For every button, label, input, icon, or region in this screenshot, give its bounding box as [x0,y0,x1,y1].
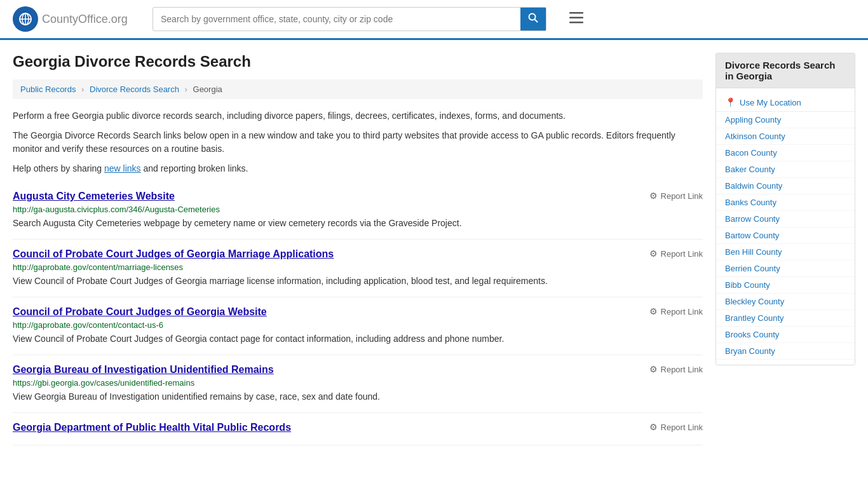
result-title-3[interactable]: Georgia Bureau of Investigation Unidenti… [13,364,274,376]
report-icon-1: ⚙ [649,248,658,259]
description-3: Help others by sharing new links and rep… [13,162,703,175]
result-item: Council of Probate Court Judges of Georg… [13,297,703,355]
result-url-0[interactable]: http://ga-augusta.civicplus.com/346/Augu… [13,205,703,214]
sidebar-item-county-13[interactable]: Brooks County [716,327,855,343]
svg-line-6 [535,20,538,23]
result-desc-2: View Council of Probate Court Judges of … [13,332,703,346]
result-title-2[interactable]: Council of Probate Court Judges of Georg… [13,306,267,318]
sidebar-item-county-1[interactable]: Atkinson County [716,128,855,145]
report-link-0[interactable]: ⚙ Report Link [649,191,703,201]
result-item: Council of Probate Court Judges of Georg… [13,240,703,297]
search-input[interactable] [153,9,520,29]
sidebar-title: Divorce Records Search in Georgia [716,53,855,88]
result-desc-0: Search Augusta City Cemeteries webpage b… [13,217,703,230]
result-url-1[interactable]: http://gaprobate.gov/content/marriage-li… [13,262,703,272]
search-button[interactable] [520,8,546,30]
result-url-3[interactable]: https://gbi.georgia.gov/cases/unidentifi… [13,378,703,388]
breadcrumb-divorce-records[interactable]: Divorce Records Search [90,85,179,94]
sidebar: Divorce Records Search in Georgia 📍 Use … [715,53,855,445]
report-icon-2: ⚙ [649,306,658,316]
description-1: Perform a free Georgia public divorce re… [13,109,703,123]
result-header: Georgia Bureau of Investigation Unidenti… [13,364,703,378]
result-title-1[interactable]: Council of Probate Court Judges of Georg… [13,248,334,260]
report-text-1: Report Link [661,249,703,259]
sidebar-item-county-8[interactable]: Ben Hill County [716,244,855,261]
location-icon: 📍 [725,97,736,107]
report-link-2[interactable]: ⚙ Report Link [649,306,703,316]
result-item: Augusta City Cemeteries Website ⚙ Report… [13,182,703,240]
sidebar-item-county-7[interactable]: Bartow County [716,227,855,244]
result-title-0[interactable]: Augusta City Cemeteries Website [13,191,175,202]
report-icon-4: ⚙ [649,422,658,432]
report-text-3: Report Link [661,365,703,374]
report-text-4: Report Link [661,423,703,432]
sidebar-item-county-2[interactable]: Bacon County [716,145,855,161]
site-header: CountyOffice.org [0,0,868,40]
result-header: Council of Probate Court Judges of Georg… [13,248,703,262]
use-my-location[interactable]: 📍 Use My Location [716,93,855,112]
report-text-2: Report Link [661,307,703,316]
result-title-4[interactable]: Georgia Department of Public Health Vita… [13,422,291,433]
sidebar-box: Divorce Records Search in Georgia 📍 Use … [715,53,855,365]
sidebar-item-county-6[interactable]: Barrow County [716,211,855,227]
report-link-1[interactable]: ⚙ Report Link [649,248,703,259]
logo-icon [13,6,38,32]
new-links-link[interactable]: new links [104,163,141,173]
logo-text: CountyOffice.org [42,13,128,26]
sidebar-item-county-3[interactable]: Baker County [716,161,855,178]
results-container: Augusta City Cemeteries Website ⚙ Report… [13,182,703,445]
result-header: Council of Probate Court Judges of Georg… [13,306,703,320]
sidebar-item-county-0[interactable]: Appling County [716,112,855,128]
result-item: Georgia Bureau of Investigation Unidenti… [13,355,703,413]
result-desc-1: View Council of Probate Court Judges of … [13,274,703,288]
breadcrumb: Public Records › Divorce Records Search … [13,79,703,99]
sidebar-item-county-14[interactable]: Bryan County [716,343,855,360]
svg-rect-8 [569,17,583,19]
breadcrumb-sep2: › [185,85,187,94]
content-area: Georgia Divorce Records Search Public Re… [13,53,703,445]
breadcrumb-georgia: Georgia [193,85,222,94]
svg-point-5 [529,14,536,20]
report-icon-3: ⚙ [649,364,658,374]
report-text-0: Report Link [661,191,703,201]
report-link-3[interactable]: ⚙ Report Link [649,364,703,374]
logo-area[interactable]: CountyOffice.org [13,6,140,32]
sidebar-item-county-5[interactable]: Banks County [716,194,855,211]
svg-rect-7 [569,12,583,14]
sidebar-list: 📍 Use My Location Appling CountyAtkinson… [716,88,855,365]
result-header: Augusta City Cemeteries Website ⚙ Report… [13,191,703,205]
result-item: Georgia Department of Public Health Vita… [13,413,703,445]
menu-button[interactable] [564,8,588,30]
sidebar-item-county-9[interactable]: Berrien County [716,261,855,277]
breadcrumb-public-records[interactable]: Public Records [20,85,76,94]
result-header: Georgia Department of Public Health Vita… [13,422,703,436]
breadcrumb-sep1: › [81,85,84,94]
report-link-4[interactable]: ⚙ Report Link [649,422,703,432]
sidebar-item-county-10[interactable]: Bibb County [716,277,855,294]
county-list: Appling CountyAtkinson CountyBacon Count… [716,112,855,360]
sidebar-item-county-4[interactable]: Baldwin County [716,178,855,194]
sidebar-item-county-11[interactable]: Bleckley County [716,294,855,310]
svg-rect-9 [569,22,583,24]
result-desc-3: View Georgia Bureau of Investigation uni… [13,390,703,403]
result-url-2[interactable]: http://gaprobate.gov/content/contact-us-… [13,320,703,330]
sidebar-item-county-12[interactable]: Brantley County [716,310,855,327]
main-layout: Georgia Divorce Records Search Public Re… [0,40,868,458]
search-bar[interactable] [153,7,546,31]
description-2: The Georgia Divorce Records Search links… [13,129,703,156]
page-title: Georgia Divorce Records Search [13,53,703,71]
report-icon-0: ⚙ [649,191,658,201]
